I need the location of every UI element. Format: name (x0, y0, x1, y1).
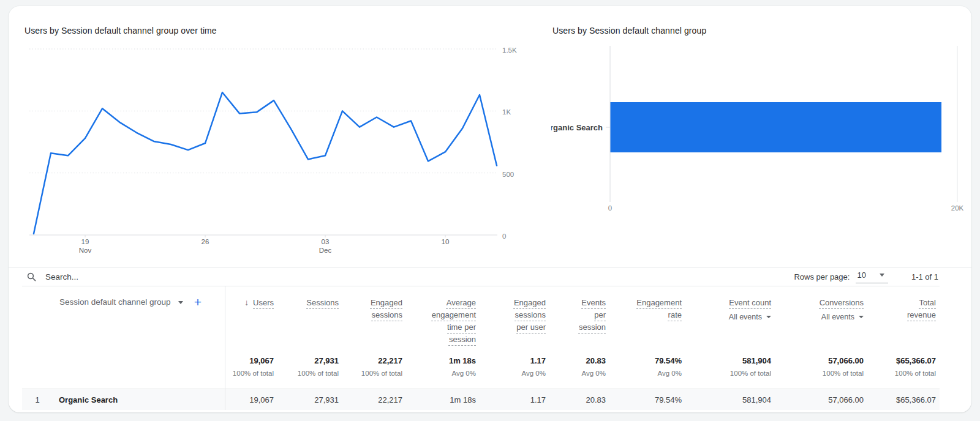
totals-sublabel: 100% of total (342, 370, 402, 378)
totals-cell: 1m 18sAvg 0% (406, 346, 480, 389)
column-header-engaged-sessions[interactable]: Engaged sessions (342, 286, 406, 347)
totals-sublabel: 100% of total (775, 370, 864, 378)
bar-category-label: Organic Search (551, 123, 603, 132)
bar-chart-title: Users by Session default channel group (552, 24, 706, 37)
table-row: 1Organic Search19,06727,93122,2171m 18s1… (22, 389, 940, 411)
chevron-down-icon (880, 274, 884, 277)
row-metric-value: 19,067 (225, 389, 277, 411)
totals-cell: 27,931100% of total (277, 346, 342, 389)
column-label: Users (253, 298, 274, 307)
svg-text:Dec: Dec (319, 247, 332, 254)
svg-text:19: 19 (81, 238, 89, 245)
table-search[interactable] (27, 272, 303, 281)
column-label: Sessions (306, 298, 339, 307)
bar-organic-search[interactable] (611, 102, 942, 152)
svg-text:1.5K: 1.5K (502, 47, 517, 54)
column-filter-label: All events (729, 311, 762, 323)
dimension-header-label[interactable]: Session default channel group (59, 297, 171, 308)
totals-value: 27,931 (277, 356, 339, 366)
search-input[interactable] (45, 272, 303, 281)
column-header-engagement-rate[interactable]: Engagement rate (609, 286, 685, 347)
svg-text:10: 10 (442, 238, 450, 245)
svg-text:1K: 1K (502, 108, 511, 116)
dimension-header-cell: Session default channel group + (53, 286, 225, 347)
pagination-controls: Rows per page: 10 1-1 of 1 (794, 270, 938, 283)
totals-cell: 57,066.00100% of total (775, 346, 867, 389)
row-metric-value: 581,904 (685, 389, 775, 411)
column-label: Events per session (579, 298, 606, 332)
row-metric-value: $65,366.07 (867, 389, 940, 411)
dimension-dropdown-icon[interactable] (178, 301, 183, 304)
column-header-event-count[interactable]: Event countAll events (685, 286, 775, 347)
totals-value: 19,067 (225, 356, 274, 366)
chevron-down-icon (766, 316, 771, 318)
totals-cell: 20.83Avg 0% (549, 346, 609, 389)
totals-cell: 1.17Avg 0% (480, 346, 549, 389)
analytics-report-page: { "colors": { "accent": "#1a73e8", "grid… (0, 0, 980, 421)
totals-cell: $65,366.07100% of total (867, 346, 940, 389)
svg-text:20K: 20K (951, 204, 964, 212)
totals-value: 1m 18s (406, 356, 476, 366)
totals-sublabel: 100% of total (225, 370, 274, 378)
bar-chart: Organic Search020K (551, 37, 968, 247)
svg-text:0: 0 (502, 233, 506, 240)
totals-value: 1.17 (480, 356, 546, 366)
column-filter-dropdown[interactable]: All events (775, 311, 864, 323)
rows-per-page-label: Rows per page: (794, 272, 850, 281)
column-header-events-per-session[interactable]: Events per session (549, 286, 609, 347)
svg-text:03: 03 (322, 238, 330, 245)
row-number: 1 (22, 389, 53, 411)
column-label: Engaged sessions per user (514, 298, 546, 332)
line-chart: 05001K1.5K19Nov2603Dec10 (9, 6, 541, 272)
totals-sublabel: Avg 0% (406, 370, 476, 378)
svg-text:500: 500 (502, 171, 514, 178)
search-icon (27, 272, 36, 281)
row-metric-value: 1m 18s (406, 389, 480, 411)
svg-text:26: 26 (202, 238, 209, 245)
column-label: Engagement rate (636, 298, 682, 319)
column-header-average-engagement-time-per-session[interactable]: Average engagement time per session (406, 286, 480, 347)
column-header-total-revenue[interactable]: Total revenue (867, 286, 940, 347)
svg-text:Nov: Nov (79, 247, 92, 254)
add-dimension-icon[interactable]: + (194, 297, 202, 307)
pagination-range: 1-1 of 1 (911, 272, 938, 281)
table-toolbar: Rows per page: 10 1-1 of 1 (9, 267, 971, 286)
row-number-header (22, 286, 53, 347)
table-totals-row: 19,067100% of total27,931100% of total22… (22, 346, 940, 389)
column-label: Average engagement time per session (432, 298, 476, 344)
users-trend-line (34, 92, 497, 234)
totals-spacer (22, 346, 53, 389)
row-dimension-value: Organic Search (53, 389, 225, 411)
totals-sublabel: Avg 0% (609, 370, 682, 378)
row-metric-value: 20.83 (549, 389, 609, 411)
sort-descending-icon: ↓ (244, 298, 249, 307)
totals-sublabel: 100% of total (277, 370, 339, 378)
column-label: Engaged sessions (371, 298, 402, 319)
totals-value: 581,904 (685, 356, 771, 366)
totals-cell: 22,217100% of total (342, 346, 406, 389)
column-label: Event count (729, 298, 771, 307)
totals-value: 57,066.00 (775, 356, 864, 366)
column-header-conversions[interactable]: ConversionsAll events (775, 286, 867, 347)
totals-value: $65,366.07 (867, 356, 936, 366)
column-header-engaged-sessions-per-user[interactable]: Engaged sessions per user (480, 286, 549, 347)
column-label: Conversions (820, 298, 864, 307)
totals-cell: 581,904100% of total (685, 346, 775, 389)
column-label: Total revenue (907, 298, 936, 319)
totals-sublabel: Avg 0% (480, 370, 546, 378)
column-header-users[interactable]: ↓Users (225, 286, 277, 347)
row-metric-value: 79.54% (609, 389, 685, 411)
report-card: Users by Session default channel group o… (9, 6, 971, 412)
column-filter-dropdown[interactable]: All events (686, 311, 771, 323)
column-header-sessions[interactable]: Sessions (277, 286, 342, 347)
table-header-row: Session default channel group + ↓UsersSe… (22, 286, 940, 347)
totals-spacer (53, 346, 225, 389)
totals-sublabel: Avg 0% (549, 370, 606, 378)
totals-sublabel: 100% of total (685, 370, 771, 378)
rows-per-page-value: 10 (857, 270, 865, 280)
row-metric-value: 1.17 (480, 389, 549, 411)
rows-per-page-select[interactable]: 10 (856, 270, 888, 283)
totals-sublabel: 100% of total (867, 370, 936, 378)
metrics-table: Session default channel group + ↓UsersSe… (22, 286, 940, 410)
chevron-down-icon (859, 316, 864, 318)
